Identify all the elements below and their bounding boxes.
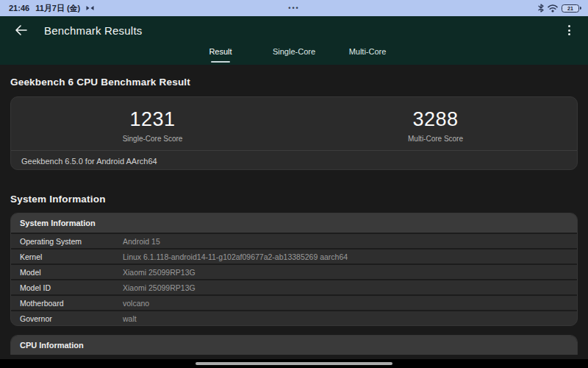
multi-core-score-block: 3288 Multi-Core Score bbox=[294, 97, 577, 150]
content-area: Geekbench 6 CPU Benchmark Result 1231 Si… bbox=[0, 65, 588, 359]
row-label: Motherboard bbox=[11, 299, 123, 308]
row-value: Android 15 bbox=[123, 237, 577, 246]
tab-result[interactable]: Result bbox=[184, 44, 257, 65]
multi-core-score-value: 3288 bbox=[412, 108, 458, 131]
camera-notch-dots: ••• bbox=[0, 4, 588, 12]
gesture-nav-bar bbox=[0, 359, 588, 368]
row-value: Xiaomi 25099RP13G bbox=[123, 268, 577, 277]
cpu-info-table: CPU Information bbox=[10, 335, 578, 355]
row-label: Operating System bbox=[11, 237, 123, 246]
table-row: Model Xiaomi 25099RP13G bbox=[11, 263, 577, 279]
geekbench-version-label: Geekbench 6.5.0 for Android AArch64 bbox=[11, 151, 577, 166]
table-row: Kernel Linux 6.1.118-android14-11-g102af… bbox=[11, 248, 577, 263]
system-info-table-header: System Information bbox=[11, 213, 577, 233]
tab-single-core[interactable]: Single-Core bbox=[257, 44, 331, 65]
tab-multi-core[interactable]: Multi-Core bbox=[331, 44, 404, 65]
cpu-info-table-header: CPU Information bbox=[11, 336, 577, 355]
single-core-score-block: 1231 Single-Core Score bbox=[11, 97, 294, 150]
table-row: Motherboard volcano bbox=[11, 294, 577, 310]
table-row: Model ID Xiaomi 25099RP13G bbox=[11, 279, 577, 294]
back-button[interactable] bbox=[12, 21, 29, 39]
home-indicator[interactable] bbox=[196, 362, 392, 365]
system-info-table: System Information Operating System Andr… bbox=[10, 213, 578, 326]
result-section-heading: Geekbench 6 CPU Benchmark Result bbox=[10, 65, 578, 88]
row-value: walt bbox=[123, 314, 577, 323]
app-bar-top: Benchmark Results bbox=[0, 16, 588, 44]
multi-core-score-label: Multi-Core Score bbox=[408, 135, 463, 143]
app-bar: Benchmark Results Result Single-Core Mul… bbox=[0, 16, 588, 65]
overflow-menu-button[interactable] bbox=[562, 22, 576, 38]
tab-bar: Result Single-Core Multi-Core bbox=[0, 44, 588, 65]
page-title: Benchmark Results bbox=[44, 24, 142, 37]
score-row: 1231 Single-Core Score 3288 Multi-Core S… bbox=[11, 97, 577, 150]
row-value: Linux 6.1.118-android14-11-g102af09677a2… bbox=[123, 252, 577, 261]
status-bar: 21:46 11月7日 (金) ••• 21 bbox=[0, 0, 588, 16]
row-label: Governor bbox=[11, 314, 123, 323]
back-arrow-icon bbox=[15, 25, 27, 35]
single-core-score-value: 1231 bbox=[129, 108, 175, 131]
row-label: Kernel bbox=[11, 252, 123, 261]
table-row: Operating System Android 15 bbox=[11, 233, 577, 248]
system-info-section-heading: System Information bbox=[10, 170, 578, 205]
row-value: volcano bbox=[123, 299, 577, 308]
row-label: Model bbox=[11, 268, 123, 277]
battery-indicator: 21 bbox=[562, 4, 579, 13]
row-value: Xiaomi 25099RP13G bbox=[123, 283, 577, 292]
score-card: 1231 Single-Core Score 3288 Multi-Core S… bbox=[10, 96, 578, 170]
table-row: Governor walt bbox=[11, 310, 577, 325]
row-label: Model ID bbox=[11, 283, 123, 292]
single-core-score-label: Single-Core Score bbox=[123, 135, 183, 143]
